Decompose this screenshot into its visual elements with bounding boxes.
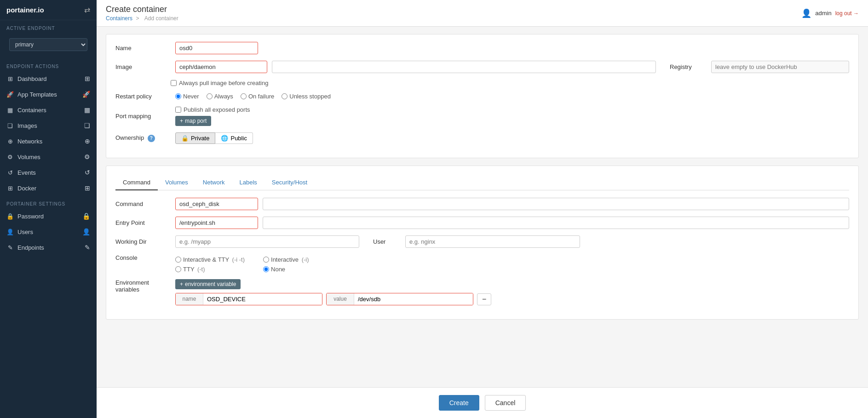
command-row: Command xyxy=(115,198,849,210)
volumes-nav-icon: ⚙ xyxy=(84,153,90,160)
cancel-button[interactable]: Cancel xyxy=(485,395,526,411)
console-interactive-tty-label[interactable]: Interactive & TTY (-i -t) xyxy=(175,256,245,263)
tabs-bar: Command Volumes Network Labels Security/… xyxy=(115,173,849,190)
docker-nav-icon: ⊞ xyxy=(85,184,90,192)
logout-link[interactable]: log out → xyxy=(835,10,859,17)
containers-nav-icon: ▦ xyxy=(84,106,90,114)
ownership-label: Ownership ? xyxy=(115,134,171,142)
image-tag-input[interactable] xyxy=(272,61,656,73)
env-name-box: name xyxy=(175,293,322,305)
env-variables-label: Environment variables xyxy=(115,279,171,293)
sidebar-item-volumes[interactable]: ⚙ Volumes ⚙ xyxy=(0,149,97,165)
sidebar-item-app-templates[interactable]: 🚀 App Templates 🚀 xyxy=(0,86,97,102)
command-section: Command Volumes Network Labels Security/… xyxy=(106,166,859,320)
restart-never-text: Never xyxy=(183,93,199,100)
sidebar-item-networks[interactable]: ⊕ Networks ⊕ xyxy=(0,133,97,149)
registry-input[interactable] xyxy=(711,61,849,73)
command-input[interactable] xyxy=(175,198,258,210)
console-interactive-label[interactable]: Interactive (-i) xyxy=(263,256,309,263)
ownership-help-icon[interactable]: ? xyxy=(148,135,155,142)
entry-point-label: Entry Point xyxy=(115,219,171,226)
console-tty-radio[interactable] xyxy=(175,266,181,272)
publish-all-label[interactable]: Publish all exposed ports xyxy=(175,106,250,113)
public-button[interactable]: 🌐 Public xyxy=(215,132,253,144)
console-tty-label[interactable]: TTY (-t) xyxy=(175,266,245,273)
sidebar-toggle-icon[interactable]: ⇄ xyxy=(84,6,90,14)
restart-unless-stopped-radio[interactable] xyxy=(282,93,287,99)
console-interactive-tty-radio[interactable] xyxy=(175,257,181,263)
add-env-var-button[interactable]: + environment variable xyxy=(175,279,241,289)
plus-icon: + xyxy=(180,118,183,124)
breadcrumb: Containers > Add container xyxy=(106,15,180,22)
user-label: User xyxy=(373,238,401,245)
topbar-left: Create container Containers > Add contai… xyxy=(106,5,180,22)
sidebar-item-docker[interactable]: ⊞ Docker ⊞ xyxy=(0,180,97,196)
user-input[interactable] xyxy=(405,235,580,248)
restart-on-failure-text: On failure xyxy=(248,93,274,100)
plus-env-icon: + xyxy=(180,281,183,287)
sidebar-item-dashboard[interactable]: ⊞ Dashboard ⊞ xyxy=(0,71,97,86)
sidebar-item-password[interactable]: 🔒 Password 🔒 xyxy=(0,208,97,224)
sidebar-item-events[interactable]: ↺ Events ↺ xyxy=(0,165,97,180)
sidebar-item-endpoints[interactable]: ✎ Endpoints ✎ xyxy=(0,240,97,255)
tab-volumes[interactable]: Volumes xyxy=(158,175,195,190)
restart-policy-label: Restart policy xyxy=(115,93,171,100)
restart-on-failure-label[interactable]: On failure xyxy=(241,93,274,100)
restart-always-text: Always xyxy=(214,93,233,100)
env-variables-content: + environment variable name value − xyxy=(175,279,491,305)
map-port-button[interactable]: + map port xyxy=(175,116,211,126)
working-dir-input[interactable] xyxy=(175,235,359,248)
console-interactive-radio[interactable] xyxy=(263,257,269,263)
sidebar-item-label: Users xyxy=(17,229,33,235)
tab-security-host[interactable]: Security/Host xyxy=(264,175,315,190)
restart-unless-stopped-label[interactable]: Unless stopped xyxy=(282,93,331,100)
publish-all-checkbox[interactable] xyxy=(175,107,181,113)
always-pull-label: Always pull image before creating xyxy=(179,80,268,86)
sidebar-item-label: Events xyxy=(17,169,36,176)
active-endpoint-section: ACTIVE ENDPOINT primary xyxy=(0,20,97,58)
remove-env-var-button[interactable]: − xyxy=(477,293,491,305)
users-icon: 👤 xyxy=(6,229,14,235)
always-pull-checkbox-label[interactable]: Always pull image before creating xyxy=(171,80,268,86)
sidebar-item-containers[interactable]: ▦ Containers ▦ xyxy=(0,102,97,118)
restart-always-radio[interactable] xyxy=(207,93,213,99)
dashboard-icon: ⊞ xyxy=(6,75,14,82)
sidebar-item-label: Password xyxy=(17,213,44,220)
sidebar-item-images[interactable]: ❏ Images ❏ xyxy=(0,118,97,133)
sidebar-item-users[interactable]: 👤 Users 👤 xyxy=(0,224,97,240)
private-button[interactable]: 🔒 Private xyxy=(175,132,215,144)
port-mapping-label: Port mapping xyxy=(115,113,171,120)
globe-icon: 🌐 xyxy=(221,135,228,142)
entry-point-extra-input[interactable] xyxy=(263,217,849,229)
restart-never-label[interactable]: Never xyxy=(175,93,199,100)
restart-on-failure-radio[interactable] xyxy=(241,93,247,99)
tab-command[interactable]: Command xyxy=(115,175,158,190)
breadcrumb-parent[interactable]: Containers xyxy=(106,15,132,22)
env-name-input[interactable] xyxy=(203,293,322,305)
create-button[interactable]: Create xyxy=(439,395,479,411)
sidebar-item-label: Networks xyxy=(17,138,42,145)
tab-network[interactable]: Network xyxy=(195,175,232,190)
events-icon: ↺ xyxy=(6,169,14,176)
restart-never-radio[interactable] xyxy=(175,93,181,99)
console-label: Console xyxy=(115,254,171,261)
image-input[interactable] xyxy=(175,61,267,73)
console-none-label[interactable]: None xyxy=(263,266,309,273)
tab-labels[interactable]: Labels xyxy=(232,175,264,190)
restart-always-label[interactable]: Always xyxy=(207,93,233,100)
console-tty-text: TTY (-t) xyxy=(183,266,205,273)
endpoint-select[interactable]: primary xyxy=(9,38,87,51)
env-value-input[interactable] xyxy=(354,293,473,305)
entry-point-input[interactable] xyxy=(175,217,258,229)
console-none-radio[interactable] xyxy=(263,266,269,272)
topbar: Create container Containers > Add contai… xyxy=(97,0,868,27)
admin-name: admin xyxy=(815,10,831,17)
docker-icon: ⊞ xyxy=(6,185,14,192)
console-interactive-text: Interactive (-i) xyxy=(271,256,309,263)
name-label: Name xyxy=(115,45,171,52)
command-extra-input[interactable] xyxy=(263,198,849,210)
breadcrumb-current: Add container xyxy=(144,15,178,22)
always-pull-checkbox[interactable] xyxy=(171,80,177,86)
console-none-text: None xyxy=(271,266,285,273)
name-input[interactable] xyxy=(175,42,258,54)
